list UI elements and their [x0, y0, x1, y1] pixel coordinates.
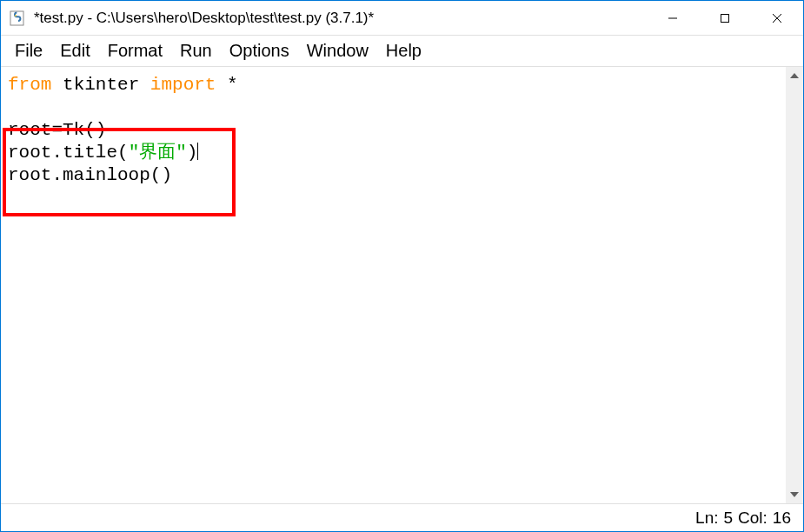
string-literal: "界面"	[129, 143, 187, 163]
keyword-import: import	[150, 75, 216, 95]
scroll-up-arrow[interactable]	[786, 67, 803, 84]
window-controls	[647, 1, 803, 35]
menu-window[interactable]: Window	[298, 37, 377, 64]
window-title: *test.py - C:\Users\hero\Desktop\test\te…	[34, 10, 374, 27]
text-cursor	[197, 143, 198, 160]
code-text: tkinter	[51, 75, 150, 95]
menu-edit[interactable]: Edit	[51, 37, 98, 64]
status-col-label: Col:	[738, 509, 767, 528]
code-line-4-pre: root.title(	[8, 143, 129, 163]
close-button[interactable]	[751, 1, 803, 35]
keyword-from: from	[8, 75, 51, 95]
code-text: *	[216, 75, 237, 95]
svg-rect-0	[10, 11, 23, 25]
menu-help[interactable]: Help	[377, 37, 430, 64]
scroll-down-arrow[interactable]	[786, 486, 803, 503]
menu-options[interactable]: Options	[221, 37, 298, 64]
menu-run[interactable]: Run	[171, 37, 221, 64]
status-line-value: 5	[723, 509, 733, 528]
status-line-label: Ln:	[695, 509, 718, 528]
code-line-3: root=Tk()	[8, 120, 106, 140]
menu-file[interactable]: File	[6, 37, 51, 64]
status-col-value: 16	[773, 509, 791, 528]
titlebar: *test.py - C:\Users\hero\Desktop\test\te…	[1, 1, 803, 36]
code-line-5: root.mainloop()	[8, 165, 172, 185]
vertical-scrollbar[interactable]	[786, 67, 803, 503]
svg-rect-3	[721, 14, 729, 22]
minimize-button[interactable]	[647, 1, 699, 35]
menu-format[interactable]: Format	[99, 37, 171, 64]
menubar: File Edit Format Run Options Window Help	[1, 36, 803, 67]
editor-container: from tkinter import * root=Tk() root.tit…	[1, 67, 803, 503]
code-line-4-post: )	[187, 143, 198, 163]
maximize-button[interactable]	[699, 1, 751, 35]
app-icon	[10, 10, 27, 27]
code-editor[interactable]: from tkinter import * root=Tk() root.tit…	[1, 67, 786, 503]
svg-point-1	[15, 15, 17, 17]
statusbar: Ln: 5 Col: 16	[1, 503, 803, 531]
